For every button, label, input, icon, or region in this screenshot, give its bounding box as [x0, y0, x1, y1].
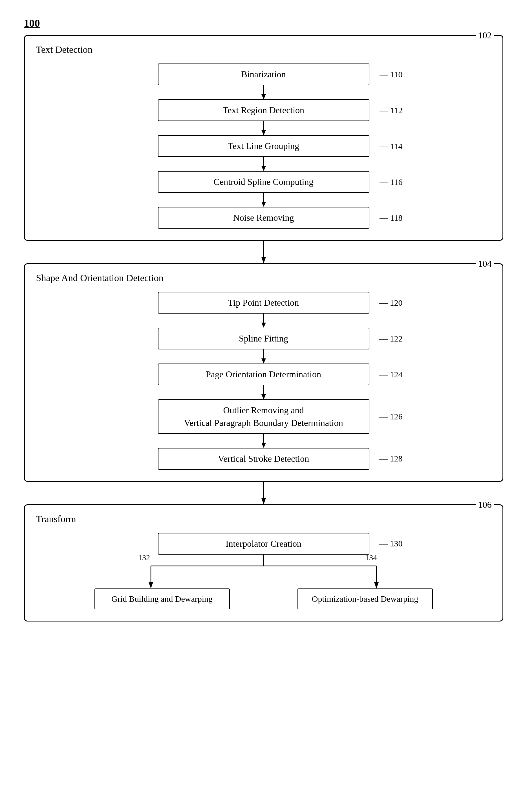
branch-arrows: 132 134 [94, 555, 433, 589]
page-orientation-ref: 124 [379, 370, 403, 379]
text-detection-ref: 102 [476, 30, 494, 41]
vertical-stroke-ref: 128 [379, 454, 403, 463]
transform-ref: 106 [476, 499, 494, 510]
outlier-ref: 126 [379, 411, 403, 422]
between-arrow-1-2 [158, 241, 370, 263]
text-detection-section: 102 Text Detection Binarization 110 Text… [24, 35, 503, 241]
svg-marker-9 [261, 257, 266, 263]
text-region-ref: 112 [379, 105, 402, 115]
svg-marker-13 [261, 359, 266, 363]
svg-marker-19 [261, 498, 266, 504]
transform-section: 106 Transform Interpolator Creation 130 [24, 504, 503, 622]
page-orientation-wrapper: Page Orientation Determination 124 [158, 363, 370, 385]
text-line-wrapper: Text Line Grouping 114 [158, 135, 370, 157]
svg-marker-3 [261, 130, 266, 135]
main-ref-label: 100 [24, 17, 503, 29]
shape-orientation-section: 104 Shape And Orientation Detection Tip … [24, 263, 503, 482]
centroid-ref: 116 [379, 177, 402, 187]
transform-label: Transform [36, 514, 491, 524]
noise-ref: 118 [379, 213, 402, 223]
svg-marker-15 [261, 394, 266, 400]
shape-orientation-ref: 104 [476, 259, 494, 269]
svg-marker-11 [261, 323, 266, 328]
outlier-box: Outlier Removing andVertical Paragraph B… [158, 400, 370, 434]
spline-fitting-wrapper: Spline Fitting 122 [158, 328, 370, 349]
branch-container: Interpolator Creation 130 [36, 533, 491, 609]
svg-marker-23 [149, 582, 153, 589]
binarization-box: Binarization 110 [158, 63, 370, 85]
svg-text:132: 132 [138, 555, 150, 562]
vertical-stroke-box: Vertical Stroke Detection 128 [158, 448, 370, 470]
svg-marker-7 [261, 202, 266, 207]
spline-fitting-ref: 122 [379, 334, 403, 344]
svg-marker-17 [261, 443, 266, 448]
interpolator-box: Interpolator Creation 130 [158, 533, 370, 555]
optimization-dewarping-box: Optimization-based Dewarping [298, 589, 433, 609]
arrow-5 [158, 314, 370, 328]
svg-text:134: 134 [365, 555, 377, 562]
text-line-box: Text Line Grouping 114 [158, 135, 370, 157]
interpolator-wrapper: Interpolator Creation 130 [158, 533, 370, 555]
binarization-wrapper: Binarization 110 [158, 63, 370, 85]
binarization-ref: 110 [379, 70, 402, 79]
spline-fitting-box: Spline Fitting 122 [158, 328, 370, 349]
noise-box: Noise Removing 118 [158, 207, 370, 229]
arrow-6 [158, 349, 370, 363]
text-region-box: Text Region Detection 112 [158, 99, 370, 121]
diagram-container: 100 102 Text Detection Binarization 110 … [24, 17, 503, 622]
text-region-wrapper: Text Region Detection 112 [158, 99, 370, 121]
arrow-4 [158, 193, 370, 207]
centroid-box: Centroid Spline Computing 116 [158, 171, 370, 193]
arrow-2 [158, 121, 370, 135]
tip-point-wrapper: Tip Point Detection 120 [158, 292, 370, 314]
vertical-stroke-wrapper: Vertical Stroke Detection 128 [158, 448, 370, 470]
tip-point-box: Tip Point Detection 120 [158, 292, 370, 314]
tip-point-ref: 120 [379, 298, 403, 308]
arrow-1 [158, 85, 370, 99]
noise-wrapper: Noise Removing 118 [158, 207, 370, 229]
text-line-ref: 114 [379, 141, 402, 151]
svg-marker-1 [261, 94, 266, 99]
between-arrow-2-3 [158, 482, 370, 504]
arrow-3 [158, 157, 370, 171]
centroid-wrapper: Centroid Spline Computing 116 [158, 171, 370, 193]
page-orientation-box: Page Orientation Determination 124 [158, 363, 370, 385]
grid-building-box: Grid Building and Dewarping [94, 589, 230, 609]
arrow-8 [158, 434, 370, 448]
svg-marker-5 [261, 166, 266, 171]
interpolator-ref: 130 [379, 539, 403, 548]
text-detection-label: Text Detection [36, 44, 491, 55]
branch-boxes-row: Grid Building and Dewarping Optimization… [94, 589, 433, 609]
outlier-wrapper: Outlier Removing andVertical Paragraph B… [158, 400, 370, 434]
arrow-7 [158, 385, 370, 400]
shape-orientation-label: Shape And Orientation Detection [36, 273, 491, 284]
svg-marker-25 [374, 582, 379, 589]
